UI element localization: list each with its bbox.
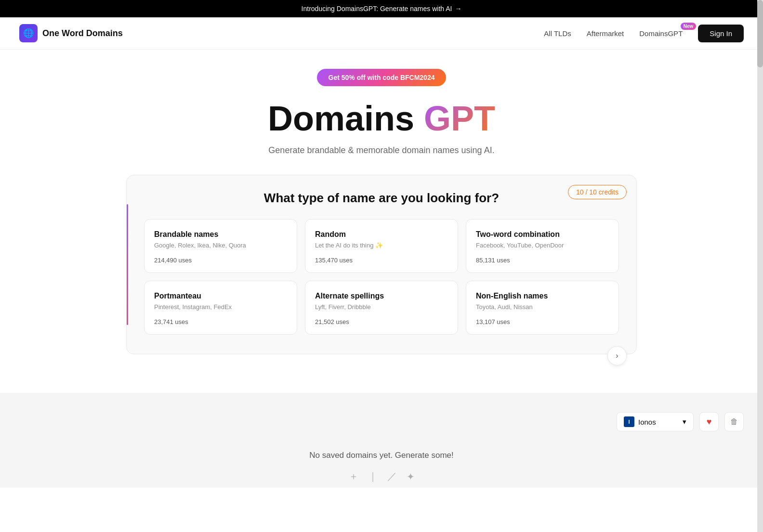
card-examples-0: Google, Rolex, Ikea, Nike, Quora xyxy=(154,242,287,249)
logo-text: One Word Domains xyxy=(42,28,123,39)
trash-icon: 🗑 xyxy=(730,417,738,426)
card-examples-3: Pinterest, Instagram, FedEx xyxy=(154,303,287,311)
name-card-brandable[interactable]: Brandable names Google, Rolex, Ikea, Nik… xyxy=(144,219,297,273)
name-card-non-english[interactable]: Non-English names Toyota, Audi, Nissan 1… xyxy=(466,281,619,335)
bottom-toolbar: I Ionos ▾ ♥ 🗑 xyxy=(19,412,744,431)
sign-in-button[interactable]: Sign In xyxy=(698,25,744,42)
hero-title-part1: Domains xyxy=(268,99,424,138)
registrar-chevron-icon: ▾ xyxy=(683,417,686,426)
name-card-random[interactable]: Random Let the AI do its thing ✨ 135,470… xyxy=(305,219,458,273)
heart-icon: ♥ xyxy=(707,417,712,427)
card-uses-5: 13,107 uses xyxy=(476,318,609,325)
favorite-button[interactable]: ♥ xyxy=(699,412,719,431)
card-uses-3: 23,741 uses xyxy=(154,318,287,325)
announcement-bar[interactable]: Introducing DomainsGPT: Generate names w… xyxy=(0,0,763,17)
nav-aftermarket[interactable]: Aftermarket xyxy=(587,29,624,38)
promo-button[interactable]: Get 50% off with code BFCM2024 xyxy=(317,69,447,86)
logo-link[interactable]: 🌐 One Word Domains xyxy=(19,24,123,42)
card-examples-4: Lyft, Fiverr, Dribbble xyxy=(315,303,448,311)
card-uses-0: 214,490 uses xyxy=(154,257,287,264)
card-uses-2: 85,131 uses xyxy=(476,257,609,264)
card-title-0: Brandable names xyxy=(154,230,287,239)
nav-all-tlds[interactable]: All TLDs xyxy=(544,29,571,38)
card-examples-2: Facebook, YouTube, OpenDoor xyxy=(476,242,609,249)
card-container: 10 / 10 credits What type of name are yo… xyxy=(126,175,637,354)
bottom-area: I Ionos ▾ ♥ 🗑 No saved domains yet. Gene… xyxy=(0,393,763,488)
logo-icon: 🌐 xyxy=(19,24,38,42)
card-examples-1: Let the AI do its thing ✨ xyxy=(315,242,448,249)
deco-star-icon: ✦ xyxy=(407,471,415,482)
hero-subtitle: Generate brandable & memorable domain na… xyxy=(268,145,494,156)
card-title-2: Two-word combination xyxy=(476,230,609,239)
deco-line-icon: ｜ xyxy=(368,470,378,483)
card-title-4: Alternate spellings xyxy=(315,292,448,300)
card-title-5: Non-English names xyxy=(476,292,609,300)
delete-button[interactable]: 🗑 xyxy=(724,412,744,431)
main-content: Get 50% off with code BFCM2024 Domains G… xyxy=(0,50,763,364)
no-saved-message: No saved domains yet. Generate some! xyxy=(309,451,454,460)
card-examples-5: Toyota, Audi, Nissan xyxy=(476,303,609,311)
scrollbar[interactable] xyxy=(757,0,763,532)
announcement-link[interactable]: Introducing DomainsGPT: Generate names w… xyxy=(302,5,462,13)
card-uses-4: 21,502 uses xyxy=(315,318,448,325)
cards-grid: Brandable names Google, Rolex, Ikea, Nik… xyxy=(144,219,619,335)
navbar: 🌐 One Word Domains All TLDs Aftermarket … xyxy=(0,17,763,50)
credits-badge[interactable]: 10 / 10 credits xyxy=(568,185,627,199)
name-card-portmanteau[interactable]: Portmanteau Pinterest, Instagram, FedEx … xyxy=(144,281,297,335)
nav-domainsgpt-wrapper: DomainsGPT New xyxy=(639,29,683,38)
decorative-icons: ＋ ｜ ／ ✦ xyxy=(349,470,415,483)
card-title-1: Random xyxy=(315,230,448,239)
card-question: What type of name are you looking for? xyxy=(144,191,619,206)
card-title-3: Portmanteau xyxy=(154,292,287,300)
announcement-text: Introducing DomainsGPT: Generate names w… xyxy=(302,5,452,13)
deco-plus-icon: ＋ xyxy=(349,470,358,483)
registrar-select[interactable]: I Ionos ▾ xyxy=(617,412,694,431)
navbar-links: All TLDs Aftermarket DomainsGPT New Sign… xyxy=(544,25,744,42)
registrar-logo-icon: I xyxy=(624,416,634,427)
hero-title-gpt: GPT xyxy=(424,99,495,138)
hero-title: Domains GPT xyxy=(268,100,495,138)
registrar-name: Ionos xyxy=(638,418,656,426)
scrollbar-thumb[interactable] xyxy=(757,0,763,67)
new-badge: New xyxy=(681,23,697,30)
nav-domainsgpt[interactable]: DomainsGPT xyxy=(639,29,683,38)
card-uses-1: 135,470 uses xyxy=(315,257,448,264)
name-card-alternate[interactable]: Alternate spellings Lyft, Fiverr, Dribbb… xyxy=(305,281,458,335)
deco-slash-icon: ／ xyxy=(387,470,397,483)
announcement-arrow: → xyxy=(455,5,461,13)
next-button[interactable]: › xyxy=(607,346,627,365)
name-card-two-word[interactable]: Two-word combination Facebook, YouTube, … xyxy=(466,219,619,273)
